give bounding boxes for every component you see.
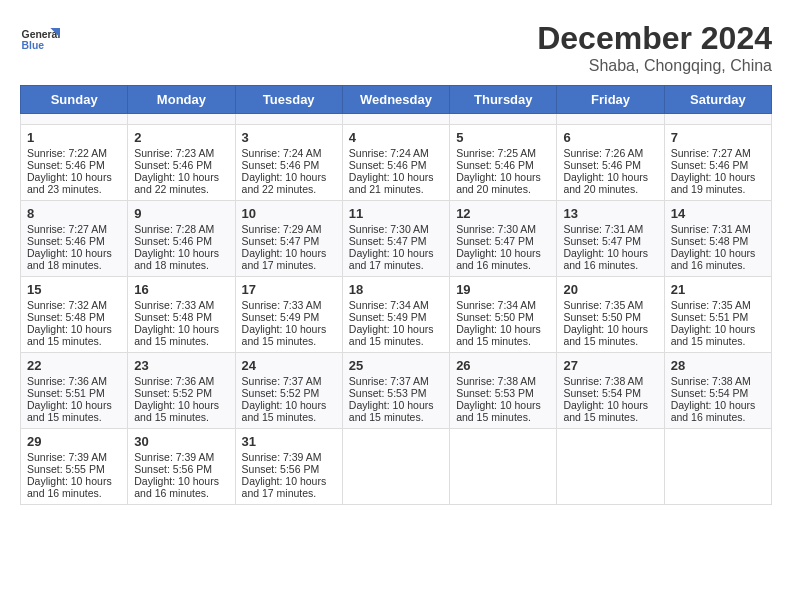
sunset-text: Sunset: 5:46 PM	[563, 159, 641, 171]
col-header-thursday: Thursday	[450, 86, 557, 114]
daylight-text: Daylight: 10 hours and 21 minutes.	[349, 171, 434, 195]
calendar-cell: 23Sunrise: 7:36 AMSunset: 5:52 PMDayligh…	[128, 353, 235, 429]
day-number: 22	[27, 358, 121, 373]
subtitle: Shaba, Chongqing, China	[537, 57, 772, 75]
sunrise-text: Sunrise: 7:39 AM	[242, 451, 322, 463]
sunrise-text: Sunrise: 7:25 AM	[456, 147, 536, 159]
daylight-text: Daylight: 10 hours and 16 minutes.	[134, 475, 219, 499]
sunrise-text: Sunrise: 7:39 AM	[134, 451, 214, 463]
daylight-text: Daylight: 10 hours and 22 minutes.	[134, 171, 219, 195]
sunrise-text: Sunrise: 7:35 AM	[671, 299, 751, 311]
calendar-cell: 20Sunrise: 7:35 AMSunset: 5:50 PMDayligh…	[557, 277, 664, 353]
sunset-text: Sunset: 5:50 PM	[456, 311, 534, 323]
calendar-cell: 22Sunrise: 7:36 AMSunset: 5:51 PMDayligh…	[21, 353, 128, 429]
day-number: 7	[671, 130, 765, 145]
sunset-text: Sunset: 5:49 PM	[349, 311, 427, 323]
daylight-text: Daylight: 10 hours and 15 minutes.	[349, 399, 434, 423]
day-number: 17	[242, 282, 336, 297]
calendar-cell: 25Sunrise: 7:37 AMSunset: 5:53 PMDayligh…	[342, 353, 449, 429]
week-row-3: 8Sunrise: 7:27 AMSunset: 5:46 PMDaylight…	[21, 201, 772, 277]
sunset-text: Sunset: 5:53 PM	[349, 387, 427, 399]
calendar-cell: 13Sunrise: 7:31 AMSunset: 5:47 PMDayligh…	[557, 201, 664, 277]
sunrise-text: Sunrise: 7:31 AM	[563, 223, 643, 235]
sunset-text: Sunset: 5:48 PM	[134, 311, 212, 323]
calendar-cell: 2Sunrise: 7:23 AMSunset: 5:46 PMDaylight…	[128, 125, 235, 201]
daylight-text: Daylight: 10 hours and 15 minutes.	[134, 399, 219, 423]
daylight-text: Daylight: 10 hours and 23 minutes.	[27, 171, 112, 195]
daylight-text: Daylight: 10 hours and 15 minutes.	[27, 323, 112, 347]
sunset-text: Sunset: 5:47 PM	[456, 235, 534, 247]
daylight-text: Daylight: 10 hours and 16 minutes.	[671, 399, 756, 423]
calendar-cell: 10Sunrise: 7:29 AMSunset: 5:47 PMDayligh…	[235, 201, 342, 277]
sunset-text: Sunset: 5:52 PM	[242, 387, 320, 399]
calendar-cell	[557, 429, 664, 505]
day-number: 24	[242, 358, 336, 373]
day-number: 5	[456, 130, 550, 145]
daylight-text: Daylight: 10 hours and 15 minutes.	[563, 399, 648, 423]
calendar-cell: 27Sunrise: 7:38 AMSunset: 5:54 PMDayligh…	[557, 353, 664, 429]
calendar-cell: 12Sunrise: 7:30 AMSunset: 5:47 PMDayligh…	[450, 201, 557, 277]
sunrise-text: Sunrise: 7:34 AM	[456, 299, 536, 311]
calendar-cell: 11Sunrise: 7:30 AMSunset: 5:47 PMDayligh…	[342, 201, 449, 277]
daylight-text: Daylight: 10 hours and 18 minutes.	[134, 247, 219, 271]
daylight-text: Daylight: 10 hours and 15 minutes.	[456, 399, 541, 423]
week-row-6: 29Sunrise: 7:39 AMSunset: 5:55 PMDayligh…	[21, 429, 772, 505]
day-number: 2	[134, 130, 228, 145]
calendar-cell	[128, 114, 235, 125]
daylight-text: Daylight: 10 hours and 20 minutes.	[456, 171, 541, 195]
sunset-text: Sunset: 5:46 PM	[671, 159, 749, 171]
day-number: 11	[349, 206, 443, 221]
calendar-cell	[664, 114, 771, 125]
daylight-text: Daylight: 10 hours and 15 minutes.	[134, 323, 219, 347]
sunset-text: Sunset: 5:47 PM	[563, 235, 641, 247]
day-number: 10	[242, 206, 336, 221]
sunrise-text: Sunrise: 7:37 AM	[349, 375, 429, 387]
day-number: 15	[27, 282, 121, 297]
sunrise-text: Sunrise: 7:38 AM	[456, 375, 536, 387]
daylight-text: Daylight: 10 hours and 22 minutes.	[242, 171, 327, 195]
logo-icon: General Blue	[20, 20, 60, 60]
logo: General Blue General Blue	[20, 20, 60, 60]
sunrise-text: Sunrise: 7:26 AM	[563, 147, 643, 159]
sunrise-text: Sunrise: 7:24 AM	[242, 147, 322, 159]
daylight-text: Daylight: 10 hours and 15 minutes.	[242, 323, 327, 347]
calendar-cell: 15Sunrise: 7:32 AMSunset: 5:48 PMDayligh…	[21, 277, 128, 353]
sunrise-text: Sunrise: 7:23 AM	[134, 147, 214, 159]
col-header-monday: Monday	[128, 86, 235, 114]
calendar-cell: 1Sunrise: 7:22 AMSunset: 5:46 PMDaylight…	[21, 125, 128, 201]
daylight-text: Daylight: 10 hours and 15 minutes.	[563, 323, 648, 347]
title-area: December 2024 Shaba, Chongqing, China	[537, 20, 772, 75]
day-number: 31	[242, 434, 336, 449]
sunrise-text: Sunrise: 7:28 AM	[134, 223, 214, 235]
day-number: 30	[134, 434, 228, 449]
sunrise-text: Sunrise: 7:36 AM	[134, 375, 214, 387]
calendar-cell: 9Sunrise: 7:28 AMSunset: 5:46 PMDaylight…	[128, 201, 235, 277]
daylight-text: Daylight: 10 hours and 15 minutes.	[671, 323, 756, 347]
day-number: 28	[671, 358, 765, 373]
sunrise-text: Sunrise: 7:37 AM	[242, 375, 322, 387]
sunset-text: Sunset: 5:47 PM	[349, 235, 427, 247]
sunrise-text: Sunrise: 7:27 AM	[27, 223, 107, 235]
calendar-cell: 18Sunrise: 7:34 AMSunset: 5:49 PMDayligh…	[342, 277, 449, 353]
day-number: 27	[563, 358, 657, 373]
col-header-sunday: Sunday	[21, 86, 128, 114]
calendar-cell	[450, 429, 557, 505]
calendar-cell: 19Sunrise: 7:34 AMSunset: 5:50 PMDayligh…	[450, 277, 557, 353]
sunset-text: Sunset: 5:46 PM	[242, 159, 320, 171]
sunset-text: Sunset: 5:56 PM	[134, 463, 212, 475]
calendar-cell: 26Sunrise: 7:38 AMSunset: 5:53 PMDayligh…	[450, 353, 557, 429]
sunrise-text: Sunrise: 7:33 AM	[134, 299, 214, 311]
sunset-text: Sunset: 5:48 PM	[27, 311, 105, 323]
sunrise-text: Sunrise: 7:22 AM	[27, 147, 107, 159]
sunset-text: Sunset: 5:56 PM	[242, 463, 320, 475]
day-number: 14	[671, 206, 765, 221]
sunrise-text: Sunrise: 7:36 AM	[27, 375, 107, 387]
calendar-cell: 7Sunrise: 7:27 AMSunset: 5:46 PMDaylight…	[664, 125, 771, 201]
calendar-cell	[342, 114, 449, 125]
day-number: 26	[456, 358, 550, 373]
daylight-text: Daylight: 10 hours and 15 minutes.	[349, 323, 434, 347]
sunrise-text: Sunrise: 7:38 AM	[563, 375, 643, 387]
sunrise-text: Sunrise: 7:30 AM	[349, 223, 429, 235]
calendar-cell: 6Sunrise: 7:26 AMSunset: 5:46 PMDaylight…	[557, 125, 664, 201]
calendar-cell	[21, 114, 128, 125]
